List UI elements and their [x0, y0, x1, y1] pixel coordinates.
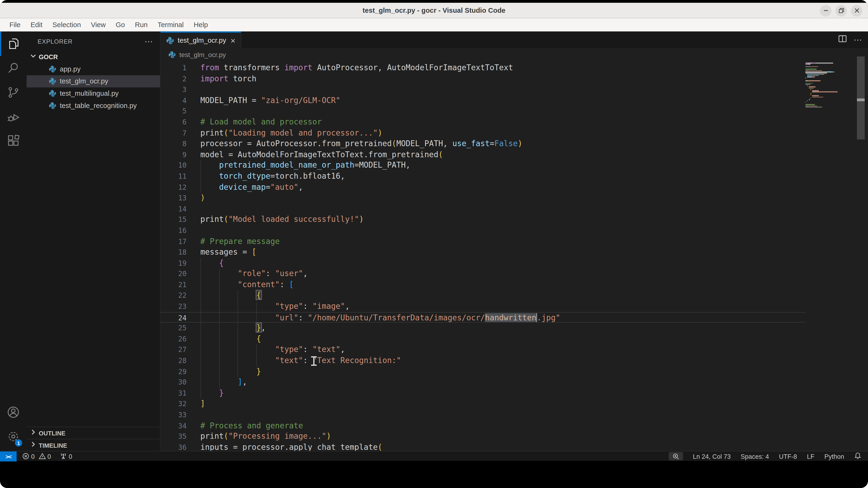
code-token: =: [252, 96, 261, 105]
extensions-icon[interactable]: [0, 129, 27, 153]
minimap[interactable]: [805, 63, 848, 451]
tab-test-glm-ocr[interactable]: test_glm_ocr.py ×: [161, 32, 242, 48]
code-line-6: 6# Load model and processor: [161, 117, 805, 128]
encoding[interactable]: UTF-8: [779, 453, 797, 459]
file-item-test_glm_ocr.py[interactable]: test_glm_ocr.py: [27, 75, 160, 88]
minimap-line: [805, 76, 848, 77]
line-number: 27: [161, 345, 200, 355]
line-number: 34: [161, 420, 200, 431]
explorer-actions-icon[interactable]: ⋯: [145, 36, 154, 46]
minimap-line: [805, 85, 848, 86]
cursor-position[interactable]: Ln 24, Col 73: [693, 453, 731, 459]
code-line-1: 1from transformers import AutoProcessor,…: [161, 63, 805, 73]
menu-item-file[interactable]: File: [4, 18, 26, 31]
warning-count: 0: [48, 453, 51, 459]
section-outline[interactable]: OUTLINE: [27, 426, 160, 439]
minimap-line: [805, 92, 848, 92]
indent-guide: [200, 301, 201, 312]
more-actions-icon[interactable]: ⋯: [854, 35, 863, 45]
folder-root[interactable]: GOCR: [27, 51, 160, 63]
notifications-bell-icon[interactable]: [854, 452, 861, 460]
menu-item-help[interactable]: Help: [189, 18, 213, 31]
indent-guide: [238, 355, 238, 366]
code-line-25: 25},: [161, 323, 805, 333]
search-icon[interactable]: [0, 56, 27, 80]
zoom-indicator-icon[interactable]: [669, 452, 683, 460]
code-line-27: 27"type": "text",: [161, 345, 805, 355]
menu-bar: FileEditSelectionViewGoRunTerminalHelp: [0, 18, 868, 31]
menu-item-selection[interactable]: Selection: [48, 18, 86, 31]
run-debug-icon[interactable]: [0, 105, 27, 129]
file-item-test_table_recognition.py[interactable]: test_table_recognition.py: [27, 99, 160, 112]
code-editor[interactable]: 1from transformers import AutoProcessor,…: [161, 61, 805, 451]
code-token: {: [256, 291, 261, 300]
code-token: torch.bfloat16: [275, 171, 340, 181]
close-button[interactable]: [851, 5, 862, 16]
source-control-icon[interactable]: [0, 80, 27, 104]
split-editor-icon[interactable]: [838, 34, 847, 45]
code-token: [: [289, 280, 294, 289]
minimap-line: [805, 70, 848, 71]
line-number: 4: [161, 95, 200, 106]
minimap-segment: [819, 74, 824, 75]
minimap-segment: [805, 84, 809, 85]
indent-guide: [238, 312, 238, 322]
explorer-icon[interactable]: [0, 32, 27, 56]
minimap-segment: [814, 76, 815, 77]
minimap-line: [805, 77, 848, 78]
code-line-23: 23"type": "image",: [161, 301, 805, 312]
language-mode[interactable]: Python: [824, 453, 844, 459]
minimap-segment: [808, 64, 810, 65]
menu-item-edit[interactable]: Edit: [26, 18, 48, 31]
indent-guide: [219, 355, 220, 366]
problems-indicator[interactable]: 0 0: [22, 453, 51, 460]
minimize-button[interactable]: [820, 5, 832, 16]
code-token: torch: [228, 74, 256, 83]
code-line-16: 16: [161, 225, 805, 236]
breadcrumb[interactable]: test_glm_ocr.py: [161, 48, 868, 61]
line-number: 8: [161, 138, 200, 149]
menu-item-terminal[interactable]: Terminal: [153, 18, 189, 31]
window-title: test_glm_ocr.py - gocr - Visual Studio C…: [363, 6, 505, 14]
code-token: "type": [275, 301, 303, 311]
code-token: import: [200, 74, 228, 83]
file-item-test_multilingual.py[interactable]: test_multilingual.py: [27, 88, 160, 100]
minimap-line: [805, 89, 848, 90]
code-token: MODEL_PATH: [200, 96, 252, 105]
code-line-33: 33: [161, 410, 805, 420]
indent-guide: [200, 182, 201, 193]
indent-guide: [200, 323, 201, 333]
section-timeline[interactable]: TIMELINE: [27, 439, 160, 451]
file-item-app.py[interactable]: app.py: [27, 63, 160, 75]
scrollbar-thumb[interactable]: [857, 56, 865, 139]
menu-item-go[interactable]: Go: [111, 18, 130, 31]
editor-scrollbar[interactable]: [857, 55, 865, 451]
code-token: :: [303, 301, 312, 311]
ports-indicator[interactable]: 0: [60, 453, 72, 460]
indent-guide: [200, 388, 201, 399]
code-token: print: [200, 215, 224, 224]
menu-item-run[interactable]: Run: [130, 18, 153, 31]
code-token: ): [327, 432, 331, 441]
minimap-line: [805, 69, 848, 70]
code-token: =: [490, 139, 494, 148]
tab-close-icon[interactable]: ×: [231, 36, 236, 44]
indent-guide: [238, 366, 238, 377]
line-number: 9: [161, 149, 200, 160]
line-number: 18: [161, 247, 200, 258]
indent-guide: [200, 160, 201, 171]
restore-button[interactable]: [835, 5, 847, 16]
menu-item-view[interactable]: View: [86, 18, 111, 31]
code-line-34: 34# Process and generate: [161, 420, 805, 431]
eol[interactable]: LF: [807, 453, 814, 459]
code-line-22: 22{: [161, 290, 805, 301]
indentation[interactable]: Spaces: 4: [741, 453, 769, 459]
indent-guide: [256, 301, 257, 312]
indent-guide: [256, 345, 257, 355]
code-line-2: 2import torch: [161, 73, 805, 84]
minimap-segment: [815, 97, 823, 98]
remote-indicator[interactable]: ><: [0, 451, 17, 461]
account-icon[interactable]: [0, 400, 27, 424]
minimap-line: [805, 105, 848, 106]
settings-gear-icon[interactable]: 1: [0, 424, 27, 449]
